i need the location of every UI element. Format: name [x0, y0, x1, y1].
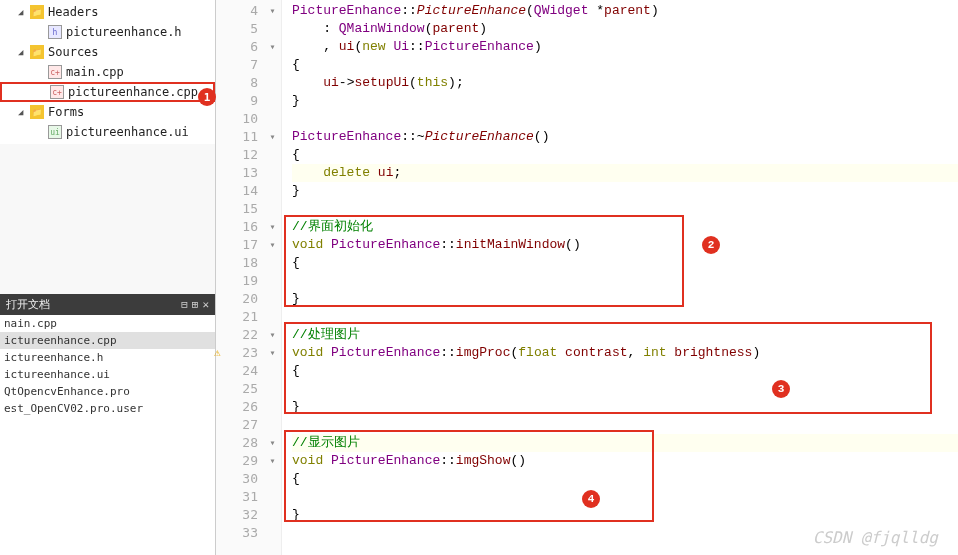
tree-label: Forms [48, 105, 84, 119]
fold-marker [264, 290, 281, 308]
line-number: 10 [216, 110, 258, 128]
add-icon[interactable]: ⊞ [192, 298, 199, 311]
fold-marker [264, 146, 281, 164]
line-number: 29 [216, 452, 258, 470]
tree-item-pictureenhance-ui[interactable]: uipictureenhance.ui [0, 122, 215, 142]
fold-marker[interactable]: ▾ [264, 218, 281, 236]
code-line[interactable]: void PictureEnhance::imgProc(float contr… [292, 344, 958, 362]
fold-marker [264, 110, 281, 128]
fold-marker [264, 380, 281, 398]
fold-marker[interactable]: ▾ [264, 38, 281, 56]
code-line[interactable]: } [292, 182, 958, 200]
code-line[interactable]: } [292, 290, 958, 308]
open-doc-item[interactable]: ictureenhance.h [0, 349, 215, 366]
tree-item-pictureenhance-cpp[interactable]: c+pictureenhance.cpp [0, 82, 215, 102]
code-line[interactable]: { [292, 362, 958, 380]
code-line[interactable]: } [292, 398, 958, 416]
code-line[interactable] [292, 272, 958, 290]
code-line[interactable]: PictureEnhance::PictureEnhance(QWidget *… [292, 2, 958, 20]
tree-item-Headers[interactable]: ◢📁Headers [0, 2, 215, 22]
close-icon[interactable]: ✕ [202, 298, 209, 311]
line-number: 13 [216, 164, 258, 182]
fold-marker[interactable]: ▾ [264, 344, 281, 362]
expand-arrow-icon[interactable]: ◢ [18, 107, 28, 117]
code-line[interactable] [292, 308, 958, 326]
code-line[interactable]: void PictureEnhance::imgShow() [292, 452, 958, 470]
fold-marker[interactable]: ▾ [264, 128, 281, 146]
fold-marker [264, 56, 281, 74]
line-number: 15 [216, 200, 258, 218]
code-line[interactable]: { [292, 146, 958, 164]
folder-icon: 📁 [30, 5, 44, 19]
code-line[interactable] [292, 110, 958, 128]
fold-marker[interactable]: ▾ [264, 326, 281, 344]
line-number: 21 [216, 308, 258, 326]
ui-file-icon: ui [48, 125, 62, 139]
line-number: 24 [216, 362, 258, 380]
code-line[interactable]: void PictureEnhance::initMainWindow() [292, 236, 958, 254]
fold-marker[interactable]: ▾ [264, 236, 281, 254]
tree-item-Forms[interactable]: ◢📁Forms [0, 102, 215, 122]
code-line[interactable] [292, 200, 958, 218]
open-doc-item[interactable]: nain.cpp [0, 315, 215, 332]
fold-marker [264, 416, 281, 434]
folder-icon: 📁 [30, 45, 44, 59]
code-line[interactable]: { [292, 470, 958, 488]
code-line[interactable]: { [292, 254, 958, 272]
open-docs-title: 打开文档 [6, 297, 50, 312]
tree-item-pictureenhance-h[interactable]: hpictureenhance.h [0, 22, 215, 42]
code-line[interactable]: //界面初始化 [292, 218, 958, 236]
expand-arrow-icon[interactable]: ◢ [18, 47, 28, 57]
code-line[interactable]: delete ui; [292, 164, 958, 182]
line-number: 8 [216, 74, 258, 92]
tree-label: Sources [48, 45, 99, 59]
fold-marker [264, 20, 281, 38]
code-line[interactable] [292, 380, 958, 398]
code-editor[interactable]: 45678910111213141516171819202122⚠2324252… [216, 0, 958, 555]
open-doc-item[interactable]: ictureenhance.cpp [0, 332, 215, 349]
expand-arrow-icon[interactable]: ◢ [18, 7, 28, 17]
fold-marker [264, 254, 281, 272]
code-line[interactable]: } [292, 92, 958, 110]
code-area[interactable]: 2 3 4 PictureEnhance::PictureEnhance(QWi… [282, 0, 958, 555]
line-number: 28 [216, 434, 258, 452]
code-line[interactable]: PictureEnhance::~PictureEnhance() [292, 128, 958, 146]
code-line[interactable]: } [292, 506, 958, 524]
fold-marker [264, 506, 281, 524]
fold-marker[interactable]: ▾ [264, 434, 281, 452]
open-doc-item[interactable]: est_OpenCV02.pro.user [0, 400, 215, 417]
fold-marker[interactable]: ▾ [264, 452, 281, 470]
line-number: 6 [216, 38, 258, 56]
tree-item-Sources[interactable]: ◢📁Sources [0, 42, 215, 62]
cpp-file-icon: c+ [50, 85, 64, 99]
code-line[interactable]: { [292, 56, 958, 74]
code-line[interactable] [292, 524, 958, 542]
open-doc-item[interactable]: QtOpencvEnhance.pro [0, 383, 215, 400]
fold-marker [264, 182, 281, 200]
tree-label: Headers [48, 5, 99, 19]
tree-label: pictureenhance.h [66, 25, 182, 39]
fold-marker [264, 398, 281, 416]
code-line[interactable]: //显示图片 [292, 434, 958, 452]
line-number: 16 [216, 218, 258, 236]
split-icon[interactable]: ⊟ [181, 298, 188, 311]
warning-icon: ⚠ [214, 344, 221, 362]
code-line[interactable] [292, 488, 958, 506]
project-tree: ◢📁Headershpictureenhance.h◢📁Sourcesc+mai… [0, 0, 215, 144]
tree-item-main-cpp[interactable]: c+main.cpp [0, 62, 215, 82]
code-line[interactable]: , ui(new Ui::PictureEnhance) [292, 38, 958, 56]
line-number: 7 [216, 56, 258, 74]
code-line[interactable]: ui->setupUi(this); [292, 74, 958, 92]
fold-marker[interactable]: ▾ [264, 2, 281, 20]
line-number: 18 [216, 254, 258, 272]
project-sidebar: ◢📁Headershpictureenhance.h◢📁Sourcesc+mai… [0, 0, 216, 555]
fold-marker [264, 362, 281, 380]
code-line[interactable] [292, 416, 958, 434]
open-doc-item[interactable]: ictureenhance.ui [0, 366, 215, 383]
tree-label: main.cpp [66, 65, 124, 79]
callout-1: 1 [198, 88, 216, 106]
code-line[interactable]: //处理图片 [292, 326, 958, 344]
line-number: 5 [216, 20, 258, 38]
tree-label: pictureenhance.ui [66, 125, 189, 139]
code-line[interactable]: : QMainWindow(parent) [292, 20, 958, 38]
